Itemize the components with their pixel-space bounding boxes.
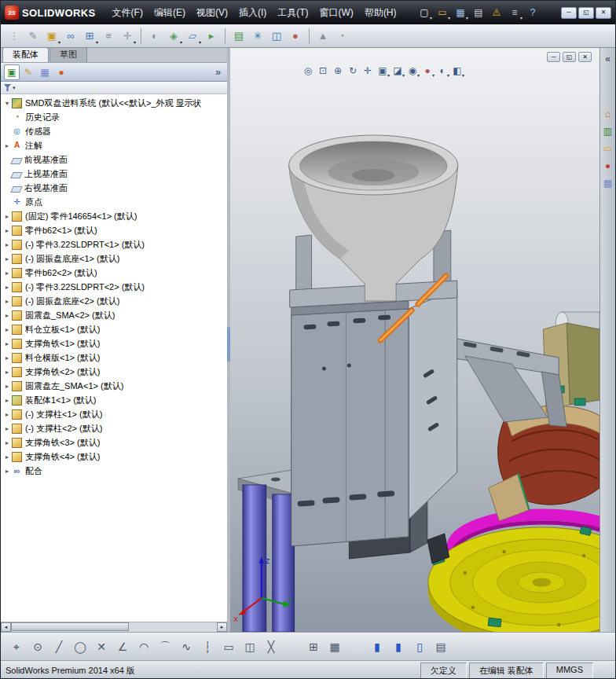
tab-assembly[interactable]: 装配体: [2, 47, 49, 62]
menu-item-5[interactable]: 窗口(W): [314, 3, 359, 23]
file-explorer-icon[interactable]: ▭: [601, 141, 615, 156]
expand-arrow-icon[interactable]: ▸: [3, 284, 11, 291]
tree-item[interactable]: ▸(-) 支撑柱<1> (默认): [1, 407, 227, 421]
tree-item[interactable]: ▸料仓横版<1> (默认): [1, 351, 227, 365]
taskpane-collapse-icon[interactable]: «: [601, 52, 615, 66]
expand-arrow-icon[interactable]: ▸: [3, 270, 11, 277]
sketch-point-icon[interactable]: ⊙: [28, 637, 47, 656]
open-document-icon[interactable]: ▭▾: [434, 5, 450, 20]
expand-arrow-icon[interactable]: ▸: [3, 312, 11, 319]
featuremanager-design-tree-icon[interactable]: ▣: [4, 64, 20, 80]
rotate-view-icon[interactable]: ↻: [346, 64, 360, 78]
tree-item[interactable]: ▸(固定) 零件146654<1> (默认): [1, 209, 227, 223]
scroll-left-button[interactable]: [1, 622, 11, 632]
linear-component-pattern-icon[interactable]: ⊞▾: [81, 28, 98, 45]
toolbar-grip-icon[interactable]: ⋮: [6, 28, 23, 45]
exploded-view-icon[interactable]: ✳: [249, 28, 266, 45]
tree-item[interactable]: ▸(-) 零件3.22SLDPRT<2> (默认): [1, 280, 227, 294]
display-style-icon[interactable]: ◪▾: [390, 64, 405, 78]
expand-arrow-icon[interactable]: ▸: [3, 468, 11, 475]
menu-item-2[interactable]: 视图(V): [191, 3, 233, 23]
reference-geometry-icon[interactable]: ▱▾: [184, 28, 201, 45]
apply-scene-icon[interactable]: ◐▾: [435, 64, 449, 78]
design-library-icon[interactable]: ▥: [601, 124, 615, 138]
expand-arrow-icon[interactable]: ▸: [3, 340, 11, 347]
quick-snaps-icon[interactable]: ⊞: [304, 637, 323, 656]
tree-item[interactable]: 右视基准面: [1, 181, 227, 195]
tree-item[interactable]: 传感器: [1, 124, 227, 138]
propertymanager-icon[interactable]: ✎: [20, 64, 36, 80]
appearances-scenes-icon[interactable]: ●: [601, 159, 615, 173]
sketch-line-icon[interactable]: ╱: [50, 637, 68, 656]
window-maximize-icon[interactable]: ◱: [578, 7, 594, 19]
hide-show-items-icon[interactable]: ◉▾: [405, 64, 420, 78]
sketch-tangent-arc-icon[interactable]: ⌒: [156, 637, 174, 656]
tree-item[interactable]: ▸圆震盘左_SMA<1> (默认): [1, 379, 227, 393]
edit-component-icon[interactable]: ✎: [24, 28, 42, 45]
scrollbar-track[interactable]: [11, 622, 217, 632]
menu-item-4[interactable]: 工具(T): [272, 3, 314, 23]
options-icon[interactable]: ≡▾: [507, 5, 522, 20]
assembly-features-icon[interactable]: ◈▾: [165, 28, 182, 45]
graphics-area[interactable]: Z X Y ◎⊡⊕↻✛▣▾◪▾◉▾●▾◐▾◧▾ ─◱✕: [230, 48, 600, 632]
tree-item[interactable]: 原点: [1, 195, 227, 209]
collapse-arrow-icon[interactable]: [3, 100, 11, 107]
zoom-in-out-icon[interactable]: ⊕: [331, 64, 345, 78]
plane-display-icon[interactable]: ◣: [346, 637, 365, 656]
move-component-icon[interactable]: ✛▾: [119, 28, 136, 45]
tree-root-item[interactable]: SMD双盘进料系统 (默认<<默认>_外观 显示状: [1, 96, 227, 110]
expand-arrow-icon[interactable]: ▸: [3, 383, 11, 390]
expand-arrow-icon[interactable]: ▸: [3, 227, 11, 234]
sketch-circle-icon[interactable]: ◯: [71, 637, 90, 656]
configurationmanager-icon[interactable]: ▦: [37, 64, 53, 80]
interference-detection-icon[interactable]: ◫: [268, 28, 285, 45]
help-icon[interactable]: ?: [525, 5, 541, 20]
tree-item[interactable]: ▸圆震盘_SMA<2> (默认): [1, 308, 227, 322]
expand-arrow-icon[interactable]: ▸: [3, 298, 11, 305]
expand-arrow-icon[interactable]: ▸: [3, 354, 11, 362]
tree-item[interactable]: ▸料仓立板<1> (默认): [1, 322, 227, 336]
tree-item[interactable]: ▸(-) 圆振盘底座<2> (默认): [1, 294, 227, 308]
sketch-mirror-icon[interactable]: ◫: [240, 637, 259, 656]
filter-dropdown-icon[interactable]: ▾: [13, 85, 16, 91]
tab-sketch[interactable]: 草图: [50, 47, 87, 62]
tree-item[interactable]: ▸支撑角铁<3> (默认): [1, 435, 227, 450]
new-motion-study-icon[interactable]: ▸: [203, 28, 220, 45]
mate-icon[interactable]: ∞: [62, 28, 79, 45]
expand-arrow-icon[interactable]: ▸: [3, 326, 11, 333]
select-icon[interactable]: ⌖: [7, 637, 26, 656]
tree-item[interactable]: ▸零件b62<1> (默认): [1, 223, 227, 237]
scroll-right-button[interactable]: [217, 622, 227, 632]
expand-arrow-icon[interactable]: ▸: [3, 142, 11, 149]
custom-properties-icon[interactable]: ▦: [601, 176, 615, 190]
expand-arrow-icon[interactable]: ▸: [3, 241, 11, 248]
sketch-erase-icon[interactable]: ✕: [92, 637, 111, 656]
sketch-spline-icon[interactable]: ∿: [177, 637, 196, 656]
tree-item[interactable]: ▸注解: [1, 138, 227, 152]
expand-arrow-icon[interactable]: ▸: [3, 369, 11, 376]
tree-item[interactable]: ▸零件b62<2> (默认): [1, 266, 227, 280]
sketch-centerline-icon[interactable]: ┆: [198, 637, 217, 656]
grid-settings-icon[interactable]: ▦: [325, 637, 344, 656]
panel-expand-button[interactable]: »: [212, 67, 224, 78]
document-restore-icon[interactable]: ◱: [563, 52, 576, 62]
insert-components-icon[interactable]: ▣▾: [43, 28, 60, 45]
sketch-angle-icon[interactable]: ∠: [113, 637, 132, 656]
filter-icon[interactable]: [4, 84, 11, 91]
tree-horizontal-scrollbar[interactable]: [1, 622, 227, 632]
window-close-icon[interactable]: ✕: [596, 7, 611, 19]
new-document-icon[interactable]: ▢▾: [416, 5, 432, 20]
bill-of-materials-icon[interactable]: ▤: [230, 28, 248, 45]
expand-arrow-icon[interactable]: ▸: [3, 397, 11, 404]
show-hidden-components-icon[interactable]: ◐: [146, 28, 163, 45]
print-icon[interactable]: ▤: [471, 5, 486, 20]
zoom-to-area-icon[interactable]: ⊡: [316, 64, 330, 78]
sketch-trim-icon[interactable]: ╳: [262, 637, 280, 656]
design-table-icon[interactable]: ▤: [431, 637, 450, 656]
tree-item[interactable]: 历史记录: [1, 110, 227, 124]
sketch-rectangle-icon[interactable]: ▭: [219, 637, 238, 656]
document-view-1-icon[interactable]: ▮: [368, 637, 387, 656]
sketch-arc-icon[interactable]: ◠: [134, 637, 153, 656]
tree-item[interactable]: ▸支撑角铁<1> (默认): [1, 336, 227, 351]
save-icon[interactable]: ▦▾: [453, 5, 468, 20]
